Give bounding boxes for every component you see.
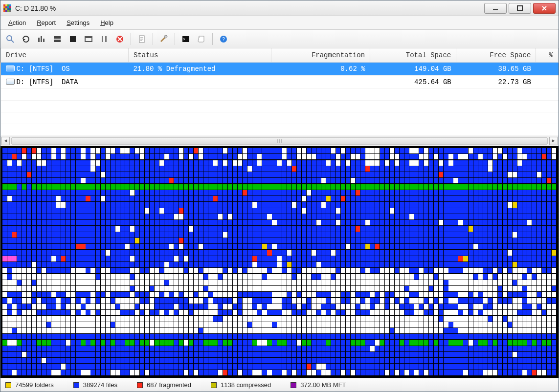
drive-table-body: C: [NTFS] OS21.80 % Defragmented0.62 %14… [1, 63, 559, 136]
svg-rect-1 [517, 6, 522, 11]
window-controls [484, 3, 556, 14]
legend-item: 372.00 MB MFT [291, 381, 346, 389]
report-icon[interactable] [135, 32, 149, 46]
close-button[interactable] [533, 3, 556, 14]
scroll-left-button[interactable]: ◄ [1, 137, 10, 145]
menubar: ActionReportSettingsHelp [0, 16, 559, 30]
panel-icon[interactable] [82, 32, 95, 46]
drive-table-header: DriveStatusFragmentationTotal SpaceFree … [1, 48, 559, 63]
analyze-icon[interactable] [35, 32, 48, 46]
defrag-icon[interactable] [50, 32, 64, 46]
app-icon [3, 4, 11, 12]
col-total[interactable]: Total Space [370, 48, 456, 63]
col-status[interactable]: Status [128, 48, 271, 63]
legend-label: 74599 folders [15, 381, 54, 389]
legend-label: 372.00 MB MFT [300, 381, 346, 389]
drive-icon [6, 79, 15, 85]
scroll-thumb[interactable] [11, 137, 548, 145]
svg-rect-7 [54, 40, 61, 42]
svg-rect-5 [43, 39, 45, 42]
col-free[interactable]: Free Space [456, 48, 536, 63]
svg-rect-6 [54, 36, 61, 39]
legend-item: 74599 folders [5, 381, 54, 389]
col-pct[interactable]: % [536, 48, 559, 63]
console-icon[interactable] [179, 32, 193, 46]
search-icon[interactable] [3, 32, 17, 46]
svg-rect-12 [105, 36, 107, 42]
cancel-icon[interactable] [113, 32, 127, 46]
minimize-button[interactable] [484, 3, 507, 14]
svg-rect-0 [493, 9, 498, 10]
statusbar-legend: 74599 folders389274 files687 fragmented1… [0, 378, 559, 392]
scroll-right-button[interactable]: ► [549, 137, 558, 145]
legend-label: 1138 compressed [221, 381, 271, 389]
svg-point-15 [164, 35, 167, 38]
stop-black-icon[interactable] [66, 32, 80, 46]
scroll-track[interactable] [11, 137, 548, 145]
svg-rect-3 [38, 38, 40, 42]
svg-rect-11 [102, 36, 103, 42]
svg-point-2 [7, 36, 12, 41]
titlebar: C: D 21.80 % [0, 0, 559, 16]
legend-label: 389274 files [83, 381, 117, 389]
help-icon[interactable]: ? [217, 32, 230, 46]
legend-swatch [137, 382, 143, 388]
refresh-icon[interactable] [19, 32, 33, 46]
window-title: C: D 21.80 % [15, 4, 484, 12]
menu-report[interactable]: Report [32, 17, 61, 28]
legend-swatch [211, 382, 217, 388]
drive-row[interactable]: C: [NTFS] OS21.80 % Defragmented0.62 %14… [1, 63, 559, 76]
horizontal-scrollbar[interactable]: ◄ ► [0, 136, 559, 146]
menu-action[interactable]: Action [3, 17, 31, 28]
col-drive[interactable]: Drive [1, 48, 129, 63]
legend-swatch [291, 382, 296, 388]
menu-settings[interactable]: Settings [62, 17, 94, 28]
drive-icon [6, 65, 15, 71]
legend-swatch [5, 382, 11, 388]
legend-item: 687 fragmented [137, 381, 191, 389]
col-fragmentation[interactable]: Fragmentation [271, 48, 370, 63]
toolbar: ? [0, 30, 559, 48]
svg-text:?: ? [222, 37, 225, 42]
cluster-map [0, 146, 559, 378]
drive-row[interactable]: D: [NTFS] DATA425.64 GB22.73 GB [1, 76, 559, 89]
maximize-button[interactable] [509, 3, 531, 14]
legend-item: 1138 compressed [211, 381, 271, 389]
legend-item: 389274 files [73, 381, 117, 389]
legend-swatch [73, 382, 79, 388]
app-window: C: D 21.80 % ActionReportSettingsHelp ? … [0, 0, 559, 392]
drive-table: DriveStatusFragmentationTotal SpaceFree … [0, 48, 559, 146]
svg-rect-4 [41, 36, 42, 42]
pause-icon[interactable] [97, 32, 111, 46]
menu-help[interactable]: Help [95, 17, 118, 28]
cluster-canvas [2, 148, 557, 376]
settings-icon[interactable] [157, 32, 171, 46]
svg-rect-8 [70, 36, 76, 42]
legend-label: 687 fragmented [147, 381, 191, 389]
svg-rect-16 [182, 36, 189, 42]
script-icon[interactable] [195, 32, 208, 46]
svg-rect-10 [85, 37, 92, 38]
